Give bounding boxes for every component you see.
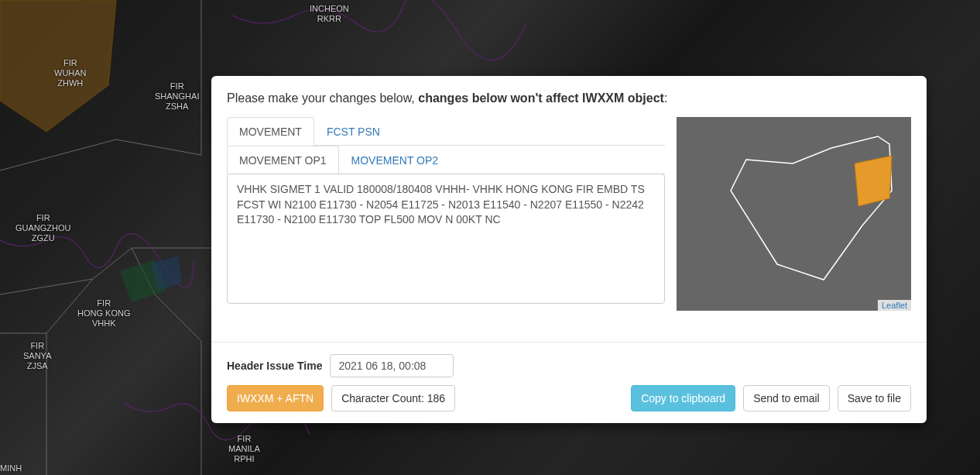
iwxxm-aftn-button[interactable]: IWXXM + AFTN — [227, 385, 324, 411]
sigmet-text-input[interactable] — [227, 174, 665, 304]
fir-label-hongkong: FIR HONG KONG VHHK — [77, 298, 130, 329]
instruction-bold: changes below won't affect IWXXM object — [418, 91, 664, 105]
character-count-button[interactable]: Character Count: 186 — [331, 385, 455, 411]
modal-instruction: Please make your changes below, changes … — [227, 91, 911, 105]
tab-movement[interactable]: MOVEMENT — [227, 117, 314, 146]
fir-label-guangzhou: FIR GUANGZHOU ZGZU — [15, 213, 71, 244]
copy-to-clipboard-button[interactable]: Copy to clipboard — [631, 385, 735, 411]
fir-label-wuhan: FIR WUHAN ZHWH — [54, 58, 87, 89]
instruction-prefix: Please make your changes below, — [227, 91, 418, 105]
tab-movement-op2[interactable]: MOVEMENT OP2 — [339, 146, 451, 174]
fir-label-sanya: FIR SANYA ZJSA — [23, 341, 51, 372]
send-to-email-button[interactable]: Send to email — [743, 385, 830, 411]
fir-label-shanghai: FIR SHANGHAI ZSHA — [155, 81, 199, 112]
tabs-primary: MOVEMENT FCST PSN — [227, 117, 665, 146]
svg-marker-3 — [731, 136, 892, 280]
svg-marker-4 — [855, 156, 892, 206]
header-issue-time-input[interactable] — [330, 354, 454, 377]
header-issue-time-label: Header Issue Time — [227, 360, 322, 372]
tab-movement-op1[interactable]: MOVEMENT OP1 — [227, 146, 339, 174]
fir-label-minh: MINH — [0, 463, 22, 473]
save-to-file-button[interactable]: Save to file — [838, 385, 911, 411]
tabs-secondary: MOVEMENT OP1 MOVEMENT OP2 — [227, 146, 665, 174]
fir-label-manila: FIR MANILA RPHI — [228, 434, 260, 465]
leaflet-attribution[interactable]: Leaflet — [878, 300, 911, 311]
edit-modal: Please make your changes below, changes … — [211, 76, 927, 423]
minimap-svg — [677, 117, 911, 311]
fir-label-incheon: INCHEON RKRR — [310, 4, 349, 24]
tab-fcst-psn[interactable]: FCST PSN — [314, 117, 392, 146]
instruction-suffix: : — [664, 91, 667, 105]
modal-divider — [211, 342, 927, 342]
minimap[interactable]: Leaflet — [677, 117, 911, 311]
